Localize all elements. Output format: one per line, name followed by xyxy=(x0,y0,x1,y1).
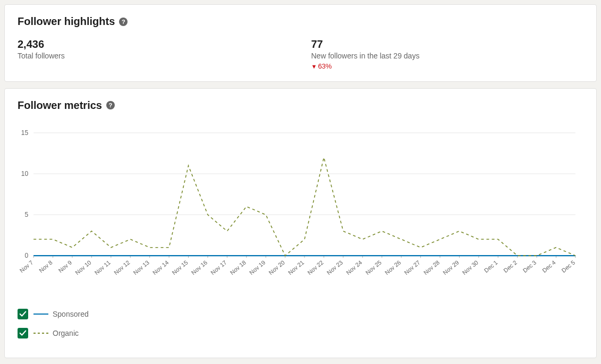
svg-text:Dec 5: Dec 5 xyxy=(560,259,576,274)
legend-checkbox-sponsored[interactable] xyxy=(18,309,28,319)
svg-text:15: 15 xyxy=(21,129,29,137)
help-icon[interactable]: ? xyxy=(106,101,115,109)
svg-text:Nov 26: Nov 26 xyxy=(384,259,402,276)
svg-text:Dec 2: Dec 2 xyxy=(502,259,518,274)
total-followers-label: Total followers xyxy=(18,52,290,60)
svg-text:Nov 14: Nov 14 xyxy=(151,259,170,276)
new-followers-stat: 77 New followers in the last 29 days ▼ 6… xyxy=(311,38,584,71)
legend-checkbox-organic[interactable] xyxy=(18,328,28,338)
new-followers-label: New followers in the last 29 days xyxy=(311,52,584,60)
metrics-title: Follower metrics xyxy=(18,99,102,112)
svg-text:Nov 17: Nov 17 xyxy=(209,259,228,276)
svg-text:Nov 13: Nov 13 xyxy=(132,259,150,276)
svg-text:Nov 10: Nov 10 xyxy=(74,259,92,276)
line-chart[interactable]: 051015Nov 7Nov 8Nov 9Nov 10Nov 11Nov 12N… xyxy=(18,128,583,287)
legend-label-organic: Organic xyxy=(53,329,79,337)
svg-text:Nov 20: Nov 20 xyxy=(267,259,286,276)
follower-metrics-card: Follower metrics ? 051015Nov 7Nov 8Nov 9… xyxy=(4,88,597,358)
svg-text:Dec 3: Dec 3 xyxy=(522,259,538,274)
chart-legend: Sponsored Organic xyxy=(18,309,583,338)
svg-text:Nov 24: Nov 24 xyxy=(345,259,363,276)
legend-item-sponsored: Sponsored xyxy=(18,309,583,319)
chart-container: 051015Nov 7Nov 8Nov 9Nov 10Nov 11Nov 12N… xyxy=(18,128,583,287)
svg-text:Nov 15: Nov 15 xyxy=(171,259,189,276)
svg-text:Nov 30: Nov 30 xyxy=(461,259,480,276)
svg-text:5: 5 xyxy=(24,211,28,218)
delta-text: 63% xyxy=(318,62,332,70)
svg-text:Nov 18: Nov 18 xyxy=(229,259,248,276)
legend-swatch-sponsored xyxy=(33,310,48,318)
metrics-title-row: Follower metrics ? xyxy=(18,99,115,112)
svg-text:Nov 16: Nov 16 xyxy=(190,259,209,276)
svg-text:Nov 22: Nov 22 xyxy=(306,259,325,276)
delta-badge: ▼ 63% xyxy=(311,62,332,70)
legend-swatch-organic xyxy=(33,329,48,337)
highlights-title: Follower highlights xyxy=(18,15,115,28)
svg-text:Nov 21: Nov 21 xyxy=(287,259,306,276)
svg-text:Nov 12: Nov 12 xyxy=(113,259,131,276)
svg-text:Nov 8: Nov 8 xyxy=(38,259,54,274)
svg-text:Nov 11: Nov 11 xyxy=(94,259,112,276)
follower-highlights-card: Follower highlights ? 2,436 Total follow… xyxy=(4,4,597,82)
svg-text:0: 0 xyxy=(24,252,28,259)
svg-text:Dec 4: Dec 4 xyxy=(541,259,557,274)
svg-text:Nov 25: Nov 25 xyxy=(364,259,383,276)
total-followers-stat: 2,436 Total followers xyxy=(18,38,290,71)
legend-item-organic: Organic xyxy=(18,328,583,338)
total-followers-value: 2,436 xyxy=(18,38,290,50)
highlights-row: 2,436 Total followers 77 New followers i… xyxy=(18,38,583,71)
new-followers-value: 77 xyxy=(311,38,584,50)
triangle-down-icon: ▼ xyxy=(311,63,317,70)
svg-text:Nov 23: Nov 23 xyxy=(326,259,344,276)
svg-text:Nov 9: Nov 9 xyxy=(57,259,73,274)
svg-text:10: 10 xyxy=(21,170,29,177)
svg-text:Nov 19: Nov 19 xyxy=(248,259,267,276)
svg-text:Dec 1: Dec 1 xyxy=(483,259,499,274)
help-icon[interactable]: ? xyxy=(119,18,128,26)
svg-text:Nov 7: Nov 7 xyxy=(19,259,35,274)
svg-text:Nov 28: Nov 28 xyxy=(422,259,441,276)
series-organic xyxy=(33,157,575,256)
legend-label-sponsored: Sponsored xyxy=(53,310,89,318)
highlights-title-row: Follower highlights ? xyxy=(18,15,128,28)
svg-text:Nov 27: Nov 27 xyxy=(403,259,421,276)
svg-text:Nov 29: Nov 29 xyxy=(442,259,460,276)
